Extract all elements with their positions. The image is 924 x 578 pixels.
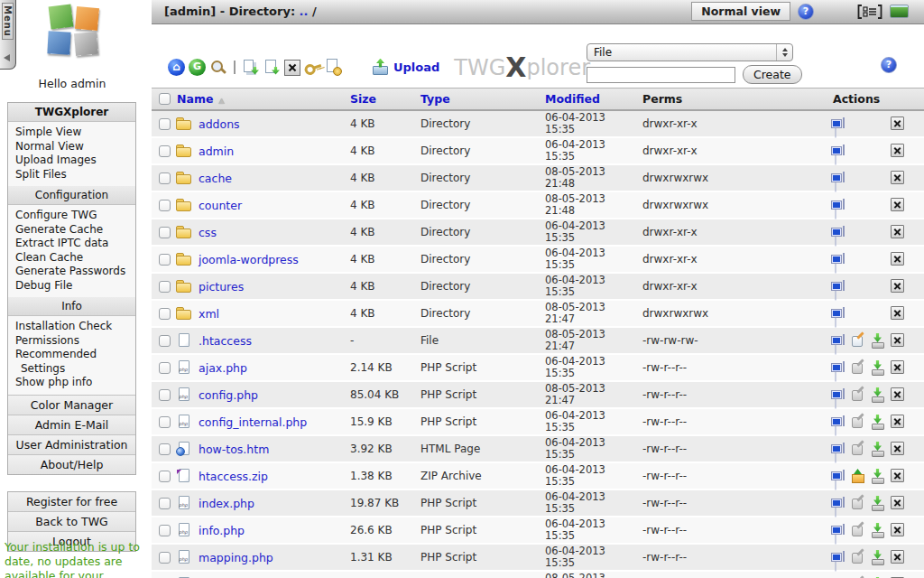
sidebar-item[interactable]: Configure TWG: [8, 209, 135, 223]
sidebar-item[interactable]: Permissions: [8, 334, 135, 349]
row-checkbox[interactable]: [159, 443, 171, 455]
row-checkbox[interactable]: [159, 335, 171, 347]
delete-icon[interactable]: [891, 523, 904, 536]
edit-icon[interactable]: [851, 360, 866, 376]
file-name-link[interactable]: counter: [199, 199, 242, 212]
file-name-link[interactable]: cache: [199, 172, 232, 185]
delete-icon[interactable]: [891, 442, 904, 455]
row-checkbox[interactable]: [159, 145, 171, 157]
file-name-link[interactable]: .htaccess: [199, 334, 252, 348]
sidebar-item[interactable]: Debug File: [8, 279, 135, 294]
rename-icon[interactable]: [831, 442, 846, 457]
list-view-icon[interactable]: [857, 5, 882, 19]
column-header-name[interactable]: Name▲: [177, 92, 225, 106]
row-checkbox[interactable]: [159, 471, 171, 482]
rename-icon[interactable]: [831, 225, 846, 240]
sidebar-item[interactable]: Split Files: [8, 168, 135, 182]
sidebar-session-link[interactable]: Back to TWG: [8, 511, 135, 531]
delete-icon[interactable]: [891, 144, 904, 157]
sidebar-item[interactable]: Installation Check: [8, 320, 135, 334]
home-icon[interactable]: [168, 59, 185, 76]
edit-icon[interactable]: [851, 550, 866, 565]
delete-icon[interactable]: [891, 415, 904, 428]
column-header-modified[interactable]: Modified: [545, 92, 600, 106]
file-name-link[interactable]: info.php: [199, 524, 245, 537]
rename-icon[interactable]: [831, 415, 846, 430]
delete-icon[interactable]: [891, 306, 904, 320]
row-checkbox[interactable]: [159, 254, 171, 266]
file-name-link[interactable]: css: [199, 226, 217, 239]
sidebar-item[interactable]: Show php info: [8, 376, 135, 390]
sidebar-item[interactable]: Simple View: [8, 126, 135, 140]
download-icon[interactable]: [871, 415, 886, 430]
rename-icon[interactable]: [831, 387, 846, 403]
archive-icon[interactable]: [325, 59, 342, 76]
permissions-key-icon[interactable]: [302, 56, 324, 78]
sidebar-session-link[interactable]: Register for free: [8, 492, 135, 511]
file-name-link[interactable]: addons: [199, 117, 240, 131]
delete-icon[interactable]: [891, 387, 904, 401]
row-checkbox[interactable]: [159, 281, 171, 293]
file-name-link[interactable]: mapping.php: [199, 551, 273, 564]
file-name-link[interactable]: pictures: [199, 280, 244, 294]
download-icon[interactable]: [871, 360, 886, 376]
edit-icon[interactable]: [851, 387, 866, 403]
rename-icon[interactable]: [831, 523, 846, 538]
download-icon[interactable]: [871, 442, 886, 457]
sidebar-item[interactable]: Recommended Settings: [8, 348, 135, 376]
help-icon[interactable]: [881, 57, 897, 73]
sidebar-link[interactable]: Color Manager: [8, 395, 135, 415]
delete-icon[interactable]: [891, 333, 904, 347]
sidebar-item[interactable]: Normal View: [8, 140, 135, 154]
delete-icon[interactable]: [891, 252, 904, 266]
row-checkbox[interactable]: [159, 416, 171, 428]
file-name-link[interactable]: index.php: [199, 497, 254, 510]
edit-icon[interactable]: [851, 442, 866, 457]
delete-icon[interactable]: [891, 550, 904, 564]
search-icon[interactable]: [209, 59, 226, 76]
row-checkbox[interactable]: [159, 552, 171, 564]
sidebar-item[interactable]: Extract IPTC data: [8, 237, 135, 251]
delete-icon[interactable]: [891, 171, 904, 184]
row-checkbox[interactable]: [159, 172, 171, 184]
sidebar-item[interactable]: Generate Cache: [8, 223, 135, 238]
copy-icon[interactable]: [243, 59, 260, 76]
create-name-input[interactable]: [587, 67, 735, 83]
view-mode-button[interactable]: Normal view: [691, 2, 790, 21]
unzip-icon[interactable]: [851, 469, 866, 484]
menu-collapse-tab[interactable]: Menu: [0, 0, 16, 70]
delete-icon[interactable]: [891, 469, 904, 482]
move-icon[interactable]: [263, 59, 281, 76]
go-icon[interactable]: [189, 59, 206, 76]
file-name-link[interactable]: config.php: [199, 388, 258, 402]
download-icon[interactable]: [871, 387, 886, 403]
row-checkbox[interactable]: [159, 498, 171, 509]
column-header-size[interactable]: Size: [350, 92, 376, 106]
rename-icon[interactable]: [831, 117, 846, 132]
row-checkbox[interactable]: [159, 389, 171, 401]
row-checkbox[interactable]: [159, 362, 171, 374]
download-icon[interactable]: [871, 469, 886, 484]
clear-selection-icon[interactable]: [284, 60, 300, 76]
sidebar-item[interactable]: Clean Cache: [8, 251, 135, 266]
parent-directory-link[interactable]: ..: [300, 5, 309, 18]
row-checkbox[interactable]: [159, 308, 171, 320]
delete-icon[interactable]: [891, 225, 904, 238]
rename-icon[interactable]: [831, 550, 846, 565]
download-icon[interactable]: [871, 333, 886, 349]
select-all-checkbox[interactable]: [159, 93, 171, 105]
delete-icon[interactable]: [891, 117, 904, 130]
rename-icon[interactable]: [831, 306, 846, 322]
delete-icon[interactable]: [891, 279, 904, 293]
upload-button[interactable]: Upload: [373, 59, 439, 76]
rename-icon[interactable]: [831, 469, 846, 484]
rename-icon[interactable]: [831, 279, 846, 294]
rename-icon[interactable]: [831, 252, 846, 267]
edit-icon[interactable]: [851, 523, 866, 538]
file-name-link[interactable]: htaccess.zip: [199, 470, 268, 483]
download-icon[interactable]: [871, 523, 886, 538]
column-header-type[interactable]: Type: [420, 92, 450, 106]
rename-icon[interactable]: [831, 496, 846, 511]
row-checkbox[interactable]: [159, 525, 171, 536]
edit-icon[interactable]: [851, 333, 866, 349]
